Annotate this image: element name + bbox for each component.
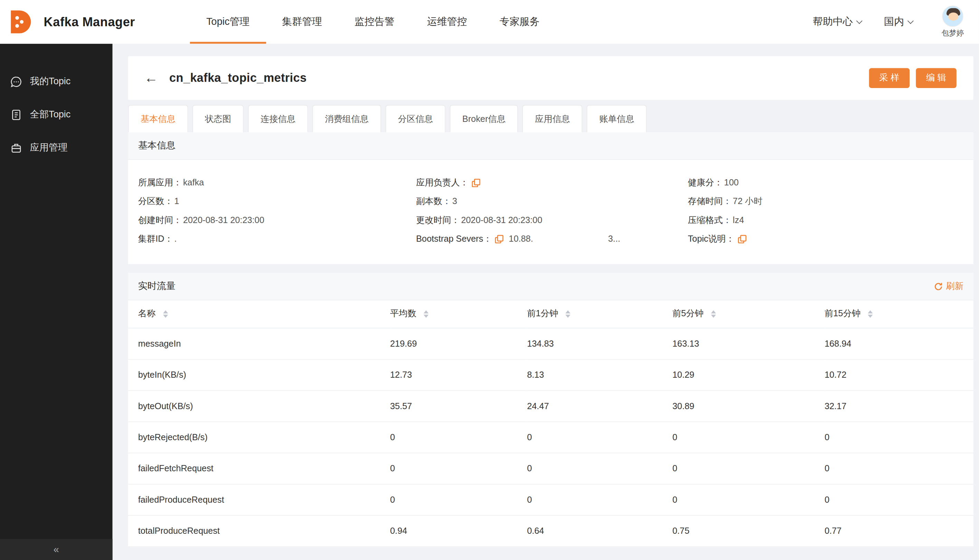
cell-metric-name: byteRejected(B/s) [128,422,390,453]
nav-topic-management[interactable]: Topic管理 [190,0,266,44]
document-icon [10,108,22,121]
sidebar-item-label: 全部Topic [30,109,71,120]
sidebar-items: 我的Topic 全部Topic 应用管理 [0,44,113,164]
basic-info-fields: 所属应用： kafka 应用负责人： 健康分： 100 [128,160,974,264]
tab-partition-info[interactable]: 分区信息 [386,105,446,133]
cell-value: 0.94 [390,515,527,546]
copy-icon[interactable] [738,235,746,243]
region-selector[interactable]: 国内 [884,15,913,28]
tab-app-info[interactable]: 应用信息 [522,105,582,133]
sidebar-item-my-topic[interactable]: 我的Topic [0,65,113,98]
table-row: totalProduceRequest 0.94 0.64 0.75 0.77 [128,515,974,546]
user-name: 包梦婷 [941,28,964,38]
page-header: ← cn_kafka_topic_metrics 采 样 编 辑 [128,56,974,100]
cell-value: 0 [825,453,974,484]
field-label: 应用负责人： [416,176,468,189]
column-header-average[interactable]: 平均数 [390,300,527,328]
field-value: 10.88. [509,232,533,245]
cell-value: 10.72 [825,359,974,390]
copy-icon[interactable] [471,178,480,187]
cell-metric-name: byteOut(KB/s) [128,390,390,421]
realtime-section-header: 实时流量 刷新 [128,273,974,300]
sort-icon [424,308,429,320]
sidebar: 我的Topic 全部Topic 应用管理 « [0,44,113,560]
field-cluster-id: 集群ID： . [138,232,416,245]
nav-expert-service[interactable]: 专家服务 [483,0,556,44]
field-owner-app: 所属应用： kafka [138,176,416,189]
user-menu[interactable]: 包梦婷 [941,5,964,38]
field-retention-time: 存储时间： 72 小时 [688,195,964,208]
nav-cluster-management[interactable]: 集群管理 [266,0,339,44]
cell-value: 0 [527,484,673,515]
cell-value: 0 [672,453,824,484]
field-value: lz4 [733,214,744,227]
tab-broker-info[interactable]: Broker信息 [450,105,518,133]
field-health-score: 健康分： 100 [688,176,964,189]
tab-consumer-group-info[interactable]: 消费组信息 [312,105,381,133]
app-root: Kafka Manager Topic管理 集群管理 监控告警 运维管控 专家服… [0,0,979,560]
copy-icon[interactable] [495,235,504,243]
field-value: 2020-08-31 20:23:00 [461,214,542,227]
cell-value: 0 [825,484,974,515]
metrics-table: 名称 平均数 前1分钟 前5分钟 [128,300,974,547]
cell-metric-name: failedProduceRequest [128,484,390,515]
cell-value: 0 [527,453,673,484]
table-header-row: 名称 平均数 前1分钟 前5分钟 [128,300,974,328]
field-value-extra: 3... [608,232,620,245]
field-label: 健康分： [688,176,723,189]
brand-title: Kafka Manager [44,15,135,29]
field-value: 72 小时 [733,195,762,208]
cell-value: 30.89 [672,390,824,421]
column-header-last-1min[interactable]: 前1分钟 [527,300,673,328]
cell-value: 0.77 [825,515,974,546]
edit-button[interactable]: 编 辑 [916,68,957,88]
section-title: 实时流量 [138,280,176,292]
cell-value: 12.73 [390,359,527,390]
help-center-menu[interactable]: 帮助中心 [813,15,862,28]
main-nav: Topic管理 集群管理 监控告警 运维管控 专家服务 [190,0,556,44]
field-label: 副本数： [416,195,451,208]
field-create-time: 创建时间： 2020-08-31 20:23:00 [138,214,416,227]
sidebar-item-app-management[interactable]: 应用管理 [0,131,113,164]
main-content: ← cn_kafka_topic_metrics 采 样 编 辑 基本信息 状态… [113,44,979,560]
table-row: byteOut(KB/s) 35.57 24.47 30.89 32.17 [128,390,974,421]
table-row: failedFetchRequest 0 0 0 0 [128,453,974,484]
cell-value: 219.69 [390,328,527,359]
field-replica-count: 副本数： 3 [416,195,688,208]
page-actions: 采 样 编 辑 [869,68,957,88]
field-topic-description: Topic说明： [688,232,964,245]
field-value: 1 [174,195,179,208]
field-value: kafka [183,176,204,189]
basic-info-section-header: 基本信息 [128,132,974,160]
field-partition-count: 分区数： 1 [138,195,416,208]
tab-basic-info[interactable]: 基本信息 [128,105,188,133]
column-header-label: 前1分钟 [527,308,558,318]
field-label: 创建时间： [138,214,182,227]
nav-ops-control[interactable]: 运维管控 [411,0,483,44]
refresh-link[interactable]: 刷新 [934,281,964,292]
sidebar-item-all-topic[interactable]: 全部Topic [0,98,113,131]
avatar-face [948,12,958,20]
field-app-principal: 应用负责人： [416,176,688,189]
app-management-icon [10,142,22,154]
region-label: 国内 [884,15,904,28]
sample-button[interactable]: 采 样 [869,68,910,88]
avatar[interactable] [942,5,963,26]
nav-monitor-alert[interactable]: 监控告警 [338,0,411,44]
cell-value: 10.29 [672,359,824,390]
field-modify-time: 更改时间： 2020-08-31 20:23:00 [416,214,688,227]
tab-connection-info[interactable]: 连接信息 [248,105,308,133]
cell-value: 0 [527,422,673,453]
back-arrow-icon[interactable]: ← [144,71,158,85]
comment-icon [10,75,22,88]
column-header-name[interactable]: 名称 [128,300,390,328]
field-label: Bootstrap Severs： [416,232,492,245]
app-logo-icon [6,8,34,36]
column-header-last-15min[interactable]: 前15分钟 [825,300,974,328]
field-label: 所属应用： [138,176,182,189]
sidebar-collapse-toggle[interactable]: « [0,539,113,560]
table-row: byteIn(KB/s) 12.73 8.13 10.29 10.72 [128,359,974,390]
tab-status-chart[interactable]: 状态图 [192,105,244,133]
column-header-last-5min[interactable]: 前5分钟 [672,300,824,328]
tab-billing-info[interactable]: 账单信息 [587,105,647,133]
